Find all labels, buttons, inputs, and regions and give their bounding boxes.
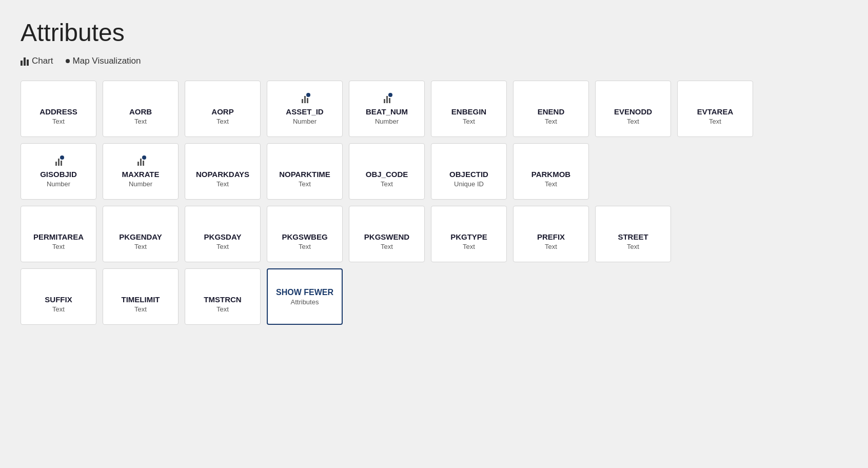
show-fewer-sub-label: Attributes	[291, 298, 319, 306]
attribute-type: Text	[381, 180, 393, 188]
attribute-icon-area-maxrate	[137, 155, 144, 168]
attribute-name: PREFIX	[537, 232, 565, 242]
attribute-name: PERMITAREA	[33, 232, 84, 242]
attribute-card-permitarea[interactable]: PERMITAREAText	[21, 206, 96, 262]
attribute-card-timelimit[interactable]: TIMELIMITText	[103, 268, 179, 325]
chart-label: Chart	[32, 56, 53, 66]
attribute-name: OBJ_CODE	[366, 170, 408, 179]
attribute-name: SUFFIX	[45, 295, 72, 304]
attribute-type: Text	[381, 243, 393, 250]
attribute-type: Text	[52, 305, 65, 313]
attribute-name: ADDRESS	[40, 107, 77, 116]
attribute-card-aorb[interactable]: AORBText	[103, 81, 179, 137]
attribute-name: OBJECTID	[449, 170, 488, 179]
attribute-card-pkgswend[interactable]: PKGSWENDText	[349, 206, 425, 262]
attribute-type: Text	[545, 243, 557, 250]
attribute-card-beat_num[interactable]: BEAT_NUMNumber	[349, 81, 425, 137]
attribute-card-obj_code[interactable]: OBJ_CODEText	[349, 143, 425, 200]
attribute-icon-area-gisobjid	[55, 155, 62, 168]
attribute-name: EVENODD	[614, 107, 652, 116]
attribute-name: PKGSWBEG	[282, 232, 327, 242]
attribute-type: Text	[216, 180, 229, 188]
attribute-row-3: SUFFIXTextTIMELIMITTextTMSTRCNTextSHOW F…	[21, 268, 847, 325]
attribute-card-aorp[interactable]: AORPText	[185, 81, 261, 137]
attribute-name: BEAT_NUM	[366, 107, 408, 116]
toolbar: Chart Map Visualization	[21, 56, 847, 66]
attribute-type: Text	[299, 243, 311, 250]
chart-dot-icon	[142, 155, 146, 160]
attribute-name: PKGSDAY	[204, 232, 242, 242]
attribute-name: PKGTYPE	[450, 232, 487, 242]
attribute-card-maxrate[interactable]: MAXRATENumber	[103, 143, 179, 200]
attribute-name: ASSET_ID	[286, 107, 323, 116]
attribute-card-enbegin[interactable]: ENBEGINText	[431, 81, 507, 137]
attribute-card-pkgsday[interactable]: PKGSDAYText	[185, 206, 261, 262]
attribute-name: NOPARKDAYS	[196, 170, 249, 179]
page-title: Attributes	[21, 18, 847, 47]
attribute-card-tmstrcn[interactable]: TMSTRCNText	[185, 268, 261, 325]
attribute-card-pkgenday[interactable]: PKGENDAYText	[103, 206, 179, 262]
attribute-card-objectid[interactable]: OBJECTIDUnique ID	[431, 143, 507, 200]
chart-dot-icon	[60, 155, 64, 160]
attribute-type: Text	[52, 118, 65, 125]
attribute-type: Text	[216, 118, 229, 125]
attribute-type: Text	[463, 118, 475, 125]
attribute-card-noparkdays[interactable]: NOPARKDAYSText	[185, 143, 261, 200]
attribute-name: NOPARKTIME	[279, 170, 330, 179]
chart-button[interactable]: Chart	[21, 56, 53, 66]
attribute-card-street[interactable]: STREETText	[595, 206, 671, 262]
chart-icon	[21, 56, 29, 66]
attribute-card-suffix[interactable]: SUFFIXText	[21, 268, 96, 325]
attribute-card-noparktime[interactable]: NOPARKTIMEText	[267, 143, 343, 200]
attribute-card-enend[interactable]: ENENDText	[513, 81, 589, 137]
attribute-name: TMSTRCN	[204, 295, 241, 304]
attribute-type: Number	[375, 118, 399, 125]
attribute-name: GISOBJID	[40, 170, 77, 179]
attribute-name: ENEND	[538, 107, 565, 116]
attribute-type: Text	[627, 243, 639, 250]
chart-dot-icon	[388, 93, 392, 97]
attribute-card-gisobjid[interactable]: GISOBJIDNumber	[21, 143, 96, 200]
attribute-card-asset_id[interactable]: ASSET_IDNumber	[267, 81, 343, 137]
attribute-type: Text	[463, 243, 475, 250]
attribute-row-2: PERMITAREATextPKGENDAYTextPKGSDAYTextPKG…	[21, 206, 847, 262]
attribute-type: Text	[627, 118, 639, 125]
attribute-type: Number	[129, 180, 152, 188]
attributes-grid: ADDRESSTextAORBTextAORPTextASSET_IDNumbe…	[21, 81, 847, 325]
attribute-name: TIMELIMIT	[122, 295, 160, 304]
attribute-row-1: GISOBJIDNumberMAXRATENumberNOPARKDAYSTex…	[21, 143, 847, 200]
chart-dot-icon	[306, 93, 310, 97]
attribute-name: MAXRATE	[122, 170, 159, 179]
map-label: Map Visualization	[73, 56, 141, 66]
show-fewer-main-label: SHOW FEWER	[276, 288, 333, 297]
attribute-card-pkgtype[interactable]: PKGTYPEText	[431, 206, 507, 262]
attribute-name: PKGSWEND	[364, 232, 409, 242]
attribute-icon-area-beat_num	[384, 93, 390, 105]
attribute-card-pkgswbeg[interactable]: PKGSWBEGText	[267, 206, 343, 262]
attribute-name: STREET	[618, 232, 648, 242]
attribute-type: Text	[134, 118, 147, 125]
attribute-type: Number	[293, 118, 317, 125]
attribute-card-address[interactable]: ADDRESSText	[21, 81, 96, 137]
attribute-type: Unique ID	[454, 180, 484, 188]
attribute-card-evtarea[interactable]: EVTAREAText	[677, 81, 753, 137]
attribute-card-prefix[interactable]: PREFIXText	[513, 206, 589, 262]
attribute-type: Text	[52, 243, 65, 250]
attribute-name: ENBEGIN	[451, 107, 486, 116]
attribute-type: Text	[216, 243, 229, 250]
map-visualization-button[interactable]: Map Visualization	[66, 56, 141, 66]
attribute-type: Text	[299, 180, 311, 188]
attribute-name: EVTAREA	[697, 107, 734, 116]
attribute-type: Text	[134, 243, 147, 250]
attribute-type: Number	[47, 180, 70, 188]
attribute-name: AORP	[211, 107, 233, 116]
attribute-type: Text	[545, 180, 557, 188]
attribute-type: Text	[709, 118, 721, 125]
attribute-type: Text	[134, 305, 147, 313]
attribute-icon-area-asset_id	[302, 93, 308, 105]
map-dot-icon	[66, 59, 70, 63]
attribute-row-0: ADDRESSTextAORBTextAORPTextASSET_IDNumbe…	[21, 81, 847, 137]
attribute-card-evenodd[interactable]: EVENODDText	[595, 81, 671, 137]
show-fewer-button[interactable]: SHOW FEWERAttributes	[267, 268, 343, 325]
attribute-card-parkmob[interactable]: PARKMOBText	[513, 143, 589, 200]
